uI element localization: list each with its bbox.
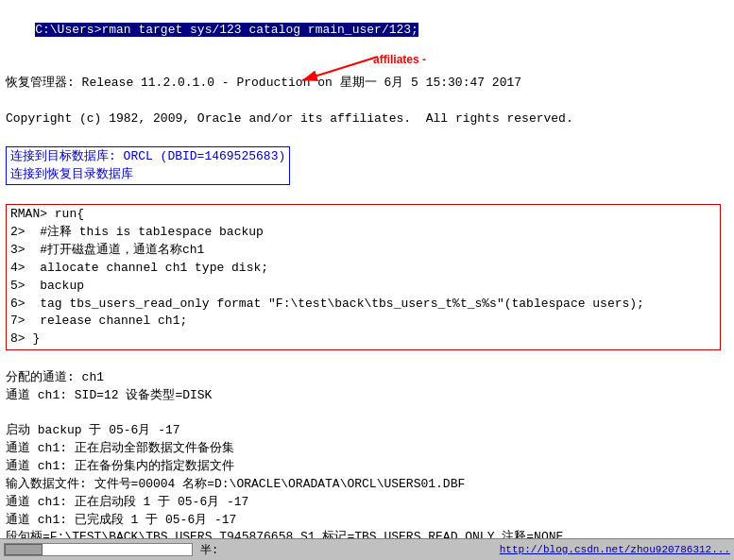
rman-line-2: 2> #注释 this is tablespace backup (10, 224, 716, 242)
half-label: 半: (200, 542, 218, 558)
rman-line-3: 3> #打开磁盘通道，通道名称ch1 (10, 242, 716, 260)
channel-specifying-line: 通道 ch1: 正在备份集内的指定数据文件 (6, 458, 728, 476)
alloc-channel-line: 分配的通道: ch1 (6, 369, 728, 387)
terminal-window: C:\Users>rman target sys/123 catalog rma… (0, 0, 734, 538)
backup-start-line: 启动 backup 于 05-6月 -17 (6, 422, 728, 440)
rman-line-4: 4> allocate channel ch1 type disk; (10, 260, 716, 278)
blank-line-1 (6, 58, 728, 76)
segment-handle-line: 段句柄=F:\TEST\BACK\TBS_USERS_T945876658_S1… (6, 529, 728, 538)
command-text: C:\Users>rman target sys/123 catalog rma… (35, 23, 418, 37)
command-line: C:\Users>rman target sys/123 catalog rma… (6, 4, 728, 58)
rman-line-7: 7> release channel ch1; (10, 313, 716, 331)
channel-sid-line: 通道 ch1: SID=12 设备类型=DISK (6, 387, 728, 405)
channel-done-line: 通道 ch1: 已完成段 1 于 05-6月 -17 (6, 512, 728, 530)
rman-line-8: 8> } (10, 331, 716, 348)
channel-segment-line: 通道 ch1: 正在启动段 1 于 05-6月 -17 (6, 494, 728, 512)
connection-block: 连接到目标数据库: ORCL (DBID=1469525683) 连接到恢复目录… (6, 146, 290, 186)
scrollbar[interactable] (4, 543, 193, 556)
blank-line-5 (6, 351, 728, 369)
copyright-line: Copyright (c) 1982, 2009, Oracle and/or … (6, 110, 728, 128)
input-file-line: 输入数据文件: 文件号=00004 名称=D:\ORACLE\ORADATA\O… (6, 476, 728, 494)
affiliates-text: affiliates (330, 111, 403, 126)
blank-line-6 (6, 405, 728, 423)
blank-line-2 (6, 93, 728, 110)
channel-starting-line: 通道 ch1: 正在启动全部数据文件备份集 (6, 440, 728, 458)
connect-catalog-line: 连接到恢复目录数据库 (10, 166, 285, 184)
release-info-line: 恢复管理器: Release 11.2.0.1.0 - Production o… (6, 75, 728, 93)
url-label: http://blog.csdn.net/zhou920786312... (500, 544, 730, 555)
connect-db-line: 连接到目标数据库: ORCL (DBID=1469525683) (10, 148, 285, 166)
rman-line-6: 6> tag tbs_users_read_only format "F:\te… (10, 296, 716, 314)
rman-line-5: 5> backup (10, 278, 716, 296)
blank-line-4 (6, 186, 728, 204)
scrollbar-thumb[interactable] (5, 544, 43, 555)
rman-block: RMAN> run{ 2> #注释 this is tablespace bac… (6, 204, 721, 350)
blank-line-3 (6, 128, 728, 146)
statusbar-left: 半: (4, 542, 500, 558)
rman-run-line: RMAN> run{ (10, 206, 716, 224)
status-bar: 半: http://blog.csdn.net/zhou920786312... (0, 538, 734, 560)
